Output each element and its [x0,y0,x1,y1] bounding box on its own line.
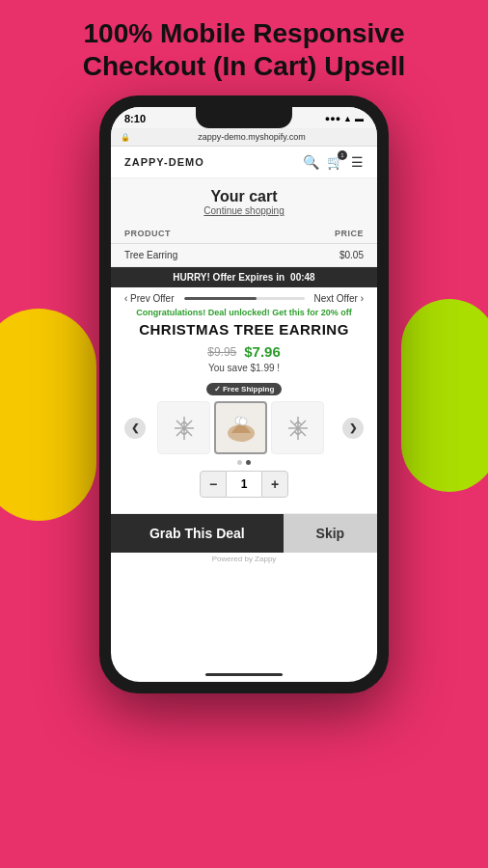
product-image-1 [157,401,210,454]
timer-label: HURRY! Offer Expires in [173,272,285,283]
status-time: 8:10 [124,113,146,124]
page-title: 100% Mobile Responsive Checkout (In Cart… [0,0,488,95]
menu-icon[interactable]: ☰ [351,154,364,170]
browser-url: zappy-demo.myshopify.com [136,132,367,142]
search-icon[interactable]: 🔍 [303,154,319,170]
cart-item-row: Tree Earring $0.05 [111,244,377,267]
timer-bar: HURRY! Offer Expires in 00:48 [111,267,377,287]
offer-progress-fill [184,297,257,300]
carousel-dots [124,460,364,465]
product-carousel: ❮ [124,401,364,454]
quantity-value: 1 [227,471,261,498]
browser-bar: 🔒 zappy-demo.myshopify.com [111,128,377,147]
free-shipping-badge: ✓ Free Shipping [206,383,283,395]
carousel-images [157,401,331,454]
shop-logo: ZAPPY-DEMO [124,156,204,168]
carousel-dot-2 [246,460,251,465]
timer-value: 00:48 [290,272,315,283]
quantity-stepper: − 1 + [124,471,364,498]
product-title: CHRISTMAS TREE EARRING [124,321,364,339]
carousel-dot-1 [237,460,242,465]
signal-icon: ●●● [325,114,340,123]
cart-item-name: Tree Earring [124,250,177,260]
cart-item-price: $0.05 [339,250,364,260]
prev-offer-button[interactable]: ‹ Prev Offer [124,293,175,304]
quantity-decrease-button[interactable]: − [200,471,227,498]
offer-progress [184,297,305,300]
upsell-content: Congratulations! Deal unlocked! Get this… [111,308,377,513]
price-row: $9.95 $7.96 [124,343,364,360]
product-image-3 [271,401,324,454]
product-col-header: PRODUCT [124,229,171,238]
phone-wrapper: 8:10 ●●● ▲ ▬ 🔒 zappy-demo.myshopify.com … [0,95,488,693]
product-image-2 [214,401,267,454]
action-buttons: Grab This Deal Skip [111,513,377,553]
skip-button[interactable]: Skip [284,514,377,553]
carousel-prev-button[interactable]: ❮ [124,418,146,439]
cart-table-header: PRODUCT PRICE [111,224,377,244]
powered-by: Powered by Zappy [111,553,377,565]
cart-title-area: Your cart Continue shopping [111,178,377,224]
next-offer-button[interactable]: Next Offer › [314,293,365,304]
sale-price: $7.96 [244,343,281,360]
original-price: $9.95 [207,345,236,359]
phone-notch [196,107,292,128]
discount-text: 20% off [321,308,352,317]
cart-badge: 1 [338,150,347,160]
quantity-increase-button[interactable]: + [261,471,288,498]
price-col-header: PRICE [335,229,364,238]
deal-subtitle: Congratulations! Deal unlocked! Get this… [124,308,364,317]
lock-icon: 🔒 [121,133,130,142]
cart-icon[interactable]: 🛒 1 [327,154,343,170]
shop-icons: 🔍 🛒 1 ☰ [303,154,364,170]
savings-text: You save $1.99 ! [124,363,364,373]
battery-icon: ▬ [355,114,364,123]
shop-header: ZAPPY-DEMO 🔍 🛒 1 ☰ [111,147,377,178]
cart-title: Your cart [124,188,364,205]
phone-screen: 8:10 ●●● ▲ ▬ 🔒 zappy-demo.myshopify.com … [111,107,377,682]
status-icons: ●●● ▲ ▬ [325,114,364,123]
wifi-icon: ▲ [343,114,352,123]
grab-deal-button[interactable]: Grab This Deal [111,514,284,553]
offer-nav: ‹ Prev Offer Next Offer › [111,287,377,308]
home-indicator [205,673,283,676]
continue-shopping-link[interactable]: Continue shopping [124,205,364,216]
free-shipping-label: ✓ Free Shipping [214,385,275,393]
carousel-next-button[interactable]: ❯ [342,418,364,439]
phone: 8:10 ●●● ▲ ▬ 🔒 zappy-demo.myshopify.com … [99,95,389,693]
